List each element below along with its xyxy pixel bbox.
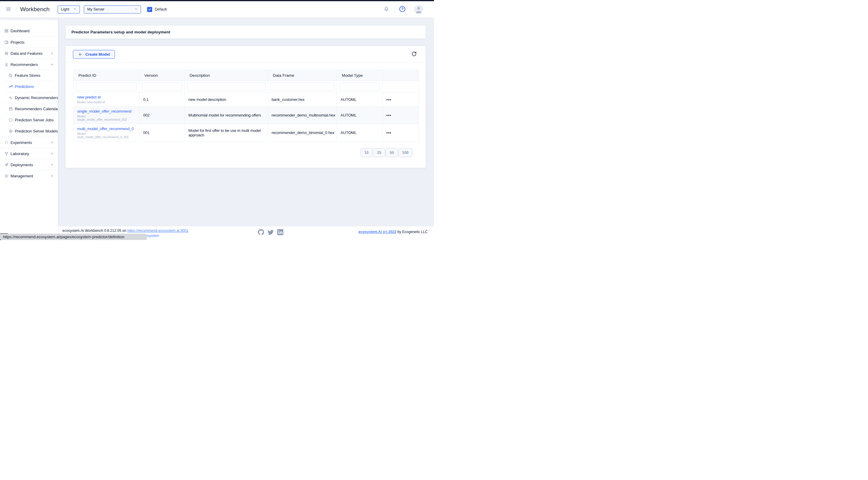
refresh-button[interactable] xyxy=(410,50,418,59)
svg-text:?: ? xyxy=(401,7,404,11)
plus-icon xyxy=(78,52,82,57)
sidebar-item-label: Dashboard xyxy=(10,29,30,33)
help-button[interactable]: ? xyxy=(398,5,407,13)
server-select[interactable]: My Server xyxy=(84,5,141,13)
header-divider xyxy=(16,5,17,13)
sidebar-item-label: Prediction Server Jobs xyxy=(15,118,54,122)
sidebar-item-laboratory[interactable]: Laboratory xyxy=(0,148,58,159)
table-row: multi_model_offer_recommend_0 Model: mul… xyxy=(73,124,419,141)
window-top-strip xyxy=(0,0,434,1)
user-avatar[interactable] xyxy=(414,5,423,14)
footer-server-link[interactable]: https://recommend.ecosystem.ai:3001 xyxy=(127,229,188,233)
chevron-down-icon xyxy=(73,7,77,12)
sidebar-item-label: Recommenders Calendar xyxy=(15,107,58,111)
data-frame-cell: recommender_demo_multinomial.hex xyxy=(268,107,337,124)
sidebar-item-label: Laboratory xyxy=(10,151,29,156)
row-actions-menu-button[interactable]: ••• xyxy=(386,98,392,101)
page-size-50-button[interactable]: 50 xyxy=(386,148,398,157)
feature-stores-icon xyxy=(8,73,13,78)
default-checkbox[interactable]: Default xyxy=(147,7,167,12)
sidebar-item-predictions[interactable]: Predictions xyxy=(0,81,58,92)
page-size-100-button[interactable]: 100 xyxy=(398,148,412,157)
bell-icon xyxy=(383,6,390,13)
header-divider xyxy=(394,5,395,13)
sidebar-item-dynamic-recommenders[interactable]: Dynamic Recommenders xyxy=(0,92,58,103)
sidebar-item-deployments[interactable]: Deployments xyxy=(0,159,58,170)
sidebar-item-feature-stores[interactable]: Feature Stores xyxy=(0,70,58,81)
filter-predict-id-input[interactable] xyxy=(76,82,137,91)
card-toolbar: Create Model xyxy=(66,46,426,63)
description-cell: new model description xyxy=(185,93,268,107)
copyright-text: by Ecogenetic LLC xyxy=(396,230,428,234)
page-title-bold: setup and model deployment xyxy=(114,30,170,34)
row-actions-menu-button[interactable]: ••• xyxy=(386,131,392,135)
sidebar: Dashboard Projects Dat xyxy=(0,18,58,240)
sidebar-item-experiments[interactable]: Experiments xyxy=(0,137,58,148)
sidebar-item-label: Predictions xyxy=(15,84,34,89)
sidebar-item-prediction-server-jobs[interactable]: Prediction Server Jobs xyxy=(0,114,58,126)
column-header-data-frame[interactable]: Data Frame xyxy=(268,70,337,81)
link-preview-statusbar: https://recommend.ecosystem.ai/pages/eco… xyxy=(0,234,147,240)
theme-select[interactable]: Light xyxy=(58,5,80,13)
sidebar-item-recommenders-calendar[interactable]: Recommenders Calendar xyxy=(0,103,58,114)
header-actions: ? xyxy=(382,5,423,14)
sidebar-item-dashboard[interactable]: Dashboard xyxy=(0,25,58,36)
notifications-button[interactable] xyxy=(382,5,391,13)
create-model-label: Create Model xyxy=(85,52,110,57)
hamburger-menu-button[interactable] xyxy=(4,5,13,13)
version-cell: 001 xyxy=(140,124,185,141)
column-header-predict-id[interactable]: Predict ID xyxy=(73,70,140,81)
main-content: Predictor Parameters: setup and model de… xyxy=(58,18,434,240)
sidebar-item-label: Projects xyxy=(10,40,24,44)
column-header-model-type[interactable]: Model Type xyxy=(337,70,383,81)
theme-select-value: Light xyxy=(61,7,69,11)
sidebar-item-recommenders[interactable]: Recommenders xyxy=(0,59,58,70)
app-header: Workbench Light My Server Default xyxy=(0,1,434,18)
data-frame-cell: recommender_demo_binomial_0.hex xyxy=(268,124,337,141)
filter-version-input[interactable] xyxy=(142,82,182,91)
default-checkbox-label: Default xyxy=(155,7,167,11)
predictors-table: Predict ID Version Description Data Fram… xyxy=(73,70,419,141)
chevron-left-icon xyxy=(50,163,54,167)
checkbox-checked-icon xyxy=(147,7,152,12)
trending-up-icon xyxy=(8,84,13,89)
linkedin-icon[interactable] xyxy=(277,229,283,235)
predict-id-link[interactable]: multi_model_offer_recommend_0 xyxy=(77,127,134,131)
calendar-icon xyxy=(8,107,13,111)
create-model-button[interactable]: Create Model xyxy=(73,50,115,59)
github-icon[interactable] xyxy=(258,229,264,235)
sidebar-item-label: Dynamic Recommenders xyxy=(15,96,58,100)
sidebar-item-management[interactable]: Management xyxy=(0,170,58,181)
twitter-icon[interactable] xyxy=(268,229,274,235)
sidebar-item-data-and-features[interactable]: Data and Features xyxy=(0,47,58,59)
model-type-cell: AUTOML xyxy=(337,107,383,124)
footer-copyright: ecosystem.Ai (c) 2022 by Ecogenetic LLC xyxy=(359,230,428,234)
page-size-selector: 10 25 50 100 xyxy=(73,148,412,157)
page-size-10-button[interactable]: 10 xyxy=(361,148,373,157)
page-size-25-button[interactable]: 25 xyxy=(373,148,385,157)
projects-icon xyxy=(4,40,9,44)
chevron-left-icon xyxy=(50,174,54,178)
row-actions-menu-button[interactable]: ••• xyxy=(386,113,392,117)
page-title: Predictor Parameters: xyxy=(71,30,114,34)
filter-description-input[interactable] xyxy=(187,82,265,91)
sidebar-item-prediction-server-models[interactable]: Prediction Server Models xyxy=(0,126,58,137)
model-type-cell: AUTOML xyxy=(337,93,383,107)
filter-model-type-input[interactable] xyxy=(339,82,380,91)
sidebar-item-label: Feature Stores xyxy=(15,73,40,78)
link-preview-url: https://recommend.ecosystem.ai/pages/eco… xyxy=(3,235,124,239)
filter-data-frame-input[interactable] xyxy=(270,82,334,91)
table-header-row: Predict ID Version Description Data Fram… xyxy=(73,70,419,81)
target-icon xyxy=(8,129,13,133)
footer-social-links xyxy=(258,229,283,235)
predict-id-link[interactable]: single_model_offer_recommend xyxy=(77,109,131,113)
award-icon xyxy=(4,62,9,67)
table-row: single_model_offer_recommend Model: sing… xyxy=(73,107,419,124)
predict-id-link[interactable]: new predict id xyxy=(77,95,100,99)
sidebar-item-label: Management xyxy=(10,174,33,178)
column-header-version[interactable]: Version xyxy=(140,70,185,81)
question-mark-circle-icon: ? xyxy=(399,5,406,13)
sidebar-item-projects[interactable]: Projects xyxy=(0,36,58,47)
ecosystem-copyright-link[interactable]: ecosystem.Ai (c) 2022 xyxy=(359,230,396,234)
column-header-description[interactable]: Description xyxy=(185,70,268,81)
